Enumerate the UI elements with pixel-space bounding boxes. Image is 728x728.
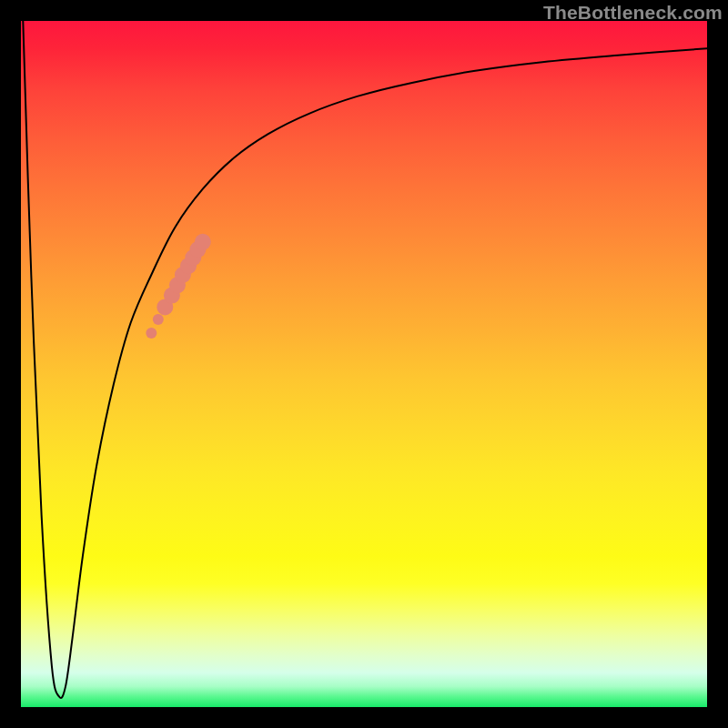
highlight-dot — [153, 314, 164, 325]
chart-plot-area — [21, 21, 707, 707]
highlight-segment — [146, 234, 211, 339]
watermark-text: TheBottleneck.com — [543, 2, 723, 24]
bottleneck-curve — [23, 21, 707, 698]
chart-frame: TheBottleneck.com — [0, 0, 728, 728]
chart-svg — [21, 21, 707, 707]
highlight-dot — [195, 234, 211, 250]
highlight-dot — [146, 328, 157, 339]
